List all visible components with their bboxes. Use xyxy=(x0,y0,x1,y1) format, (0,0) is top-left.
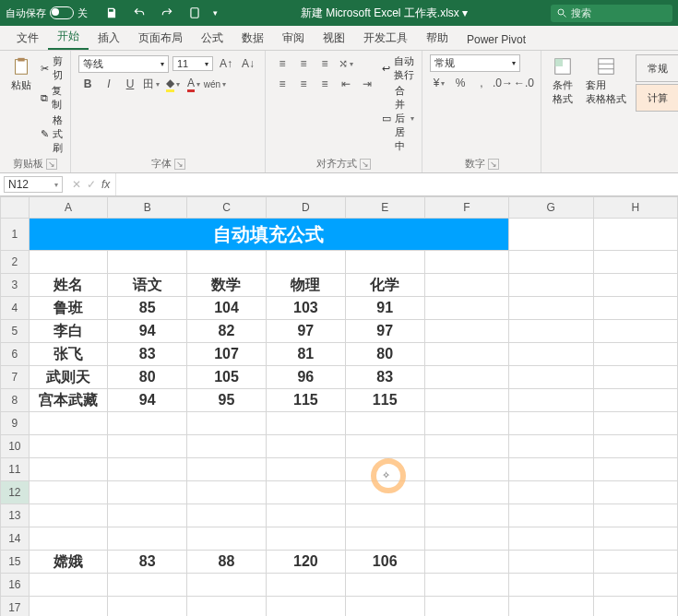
cell[interactable] xyxy=(29,527,108,551)
border-button[interactable]: 田 xyxy=(142,75,161,93)
cell[interactable] xyxy=(509,343,593,366)
tab-insert[interactable]: 插入 xyxy=(89,27,129,50)
cell[interactable] xyxy=(187,251,267,274)
tab-data[interactable]: 数据 xyxy=(232,27,273,50)
cell[interactable]: 94 xyxy=(108,389,187,412)
cell[interactable] xyxy=(187,574,267,597)
cell[interactable] xyxy=(509,251,593,274)
cell[interactable]: 81 xyxy=(266,343,345,366)
style-normal[interactable]: 常规 xyxy=(636,54,678,82)
cell[interactable]: 104 xyxy=(187,297,267,320)
col-header[interactable]: D xyxy=(266,197,345,219)
cell[interactable] xyxy=(424,320,508,343)
cell[interactable] xyxy=(187,504,267,527)
cell[interactable] xyxy=(424,366,508,389)
row-header[interactable]: 9 xyxy=(1,412,30,435)
percent-icon[interactable]: % xyxy=(451,74,470,92)
underline-button[interactable]: U xyxy=(121,75,139,93)
cell[interactable] xyxy=(593,343,678,366)
cell[interactable] xyxy=(593,366,678,389)
cell[interactable]: 115 xyxy=(266,389,345,412)
row-header[interactable]: 5 xyxy=(1,320,30,343)
align-center-icon[interactable]: ≡ xyxy=(294,75,313,93)
font-size-combo[interactable]: 11▾ xyxy=(172,56,213,71)
cell[interactable]: 120 xyxy=(266,551,345,574)
cell[interactable]: 语文 xyxy=(108,274,187,297)
cell[interactable] xyxy=(108,435,187,458)
cell[interactable]: 94 xyxy=(108,320,187,343)
cell[interactable]: 107 xyxy=(187,343,267,366)
cell[interactable] xyxy=(593,320,678,343)
row-header[interactable]: 6 xyxy=(1,343,30,366)
cell[interactable] xyxy=(593,412,678,435)
cell[interactable] xyxy=(593,574,678,597)
cell[interactable]: 97 xyxy=(345,320,424,343)
cell[interactable] xyxy=(424,458,508,481)
cell[interactable] xyxy=(108,251,187,274)
grow-font-icon[interactable]: A↑ xyxy=(217,54,235,73)
phonetic-button[interactable]: wén xyxy=(206,75,224,93)
cell[interactable]: 82 xyxy=(187,320,267,343)
cell[interactable] xyxy=(424,435,508,458)
cell[interactable]: 96 xyxy=(266,366,345,389)
col-header[interactable]: F xyxy=(424,197,508,219)
cell[interactable] xyxy=(509,297,593,320)
row-header[interactable]: 7 xyxy=(1,366,30,389)
cell[interactable] xyxy=(266,527,345,551)
cell[interactable] xyxy=(29,458,108,481)
cell[interactable] xyxy=(266,458,345,481)
cell[interactable] xyxy=(108,458,187,481)
col-header[interactable]: A xyxy=(29,197,108,219)
cell[interactable] xyxy=(345,527,424,551)
launcher-icon[interactable]: ↘ xyxy=(360,159,371,170)
paste-button[interactable]: 粘贴 xyxy=(7,54,35,94)
cell[interactable]: 91 xyxy=(345,297,424,320)
cell[interactable]: 80 xyxy=(345,343,424,366)
row-header[interactable]: 4 xyxy=(1,297,30,320)
fx-icon[interactable]: fx xyxy=(101,178,110,191)
col-header[interactable]: B xyxy=(108,197,187,219)
row-header[interactable]: 10 xyxy=(1,435,30,458)
worksheet[interactable]: ABCDEFGH1自动填充公式23姓名语文数学物理化学4鲁班8510410391… xyxy=(0,196,678,616)
orientation-icon[interactable]: ⤭ xyxy=(337,54,355,73)
cell[interactable] xyxy=(593,251,678,274)
cell[interactable]: 80 xyxy=(108,366,187,389)
tab-formulas[interactable]: 公式 xyxy=(192,27,232,50)
cell[interactable] xyxy=(108,597,187,617)
cell[interactable] xyxy=(108,504,187,527)
cell[interactable] xyxy=(424,412,508,435)
row-header[interactable]: 16 xyxy=(1,574,30,597)
cell[interactable]: 85 xyxy=(108,297,187,320)
search-input[interactable]: 搜索 xyxy=(551,5,672,22)
align-right-icon[interactable]: ≡ xyxy=(315,75,334,93)
cell[interactable] xyxy=(424,551,508,574)
cell[interactable] xyxy=(266,574,345,597)
cell[interactable] xyxy=(266,412,345,435)
tab-review[interactable]: 审阅 xyxy=(273,27,314,50)
font-family-combo[interactable]: 等线▾ xyxy=(78,55,169,73)
cell[interactable] xyxy=(424,527,508,551)
cell[interactable] xyxy=(345,458,424,481)
shrink-font-icon[interactable]: A↓ xyxy=(239,54,257,73)
touch-icon[interactable] xyxy=(185,4,204,22)
row-header[interactable]: 3 xyxy=(1,274,30,297)
cut-button[interactable]: ✂剪切 xyxy=(41,54,63,82)
col-header[interactable]: C xyxy=(187,197,267,219)
cell[interactable] xyxy=(345,504,424,527)
tab-powerpivot[interactable]: Power Pivot xyxy=(458,30,535,50)
cell[interactable]: 宫本武藏 xyxy=(29,389,108,412)
cell[interactable]: 自动填充公式 xyxy=(29,219,508,251)
align-top-icon[interactable]: ≡ xyxy=(273,54,291,73)
cell[interactable] xyxy=(345,481,424,504)
cell[interactable] xyxy=(509,366,593,389)
save-icon[interactable] xyxy=(102,4,121,22)
cell[interactable] xyxy=(593,389,678,412)
row-header[interactable]: 13 xyxy=(1,504,30,527)
cell[interactable] xyxy=(424,481,508,504)
cell[interactable] xyxy=(593,551,678,574)
merge-center-button[interactable]: ▭合并后居中 xyxy=(382,84,414,153)
cell[interactable] xyxy=(593,458,678,481)
cell[interactable] xyxy=(424,574,508,597)
indent-dec-icon[interactable]: ⇤ xyxy=(337,75,355,93)
font-color-button[interactable]: A xyxy=(184,75,203,93)
